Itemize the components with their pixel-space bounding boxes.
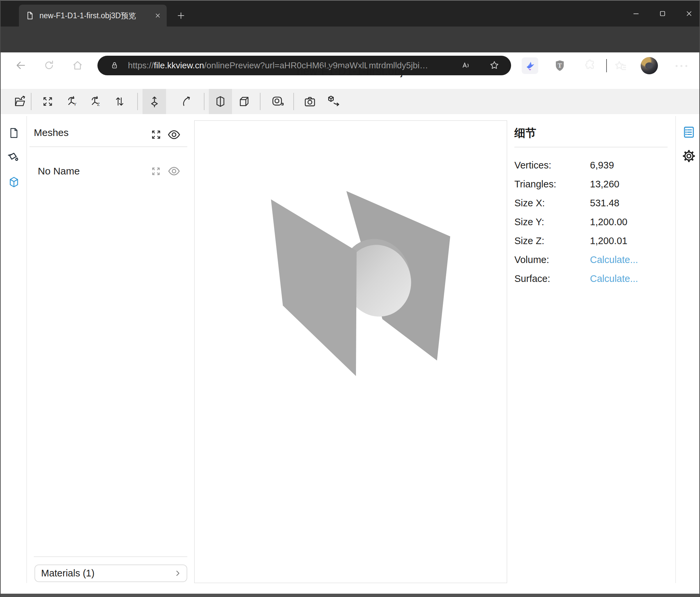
model-viewport[interactable] bbox=[194, 120, 507, 583]
settings-gear-icon[interactable] bbox=[681, 149, 696, 164]
model-toolbar: Y Z bbox=[1, 89, 699, 114]
surface-calculate-link[interactable]: Calculate... bbox=[590, 273, 638, 284]
new-tab-button[interactable] bbox=[174, 9, 188, 23]
volume-calculate-link[interactable]: Calculate... bbox=[590, 255, 638, 265]
chevron-right-icon bbox=[173, 569, 182, 578]
shaded-view-icon bbox=[214, 95, 227, 108]
rotate-z-button[interactable]: Z bbox=[87, 89, 105, 114]
maximize-button[interactable] bbox=[658, 9, 667, 18]
svg-text:Z: Z bbox=[97, 102, 100, 107]
model-cube-icon[interactable] bbox=[8, 176, 20, 188]
page-favicon-icon bbox=[26, 11, 34, 20]
model-left-plane bbox=[271, 199, 357, 376]
snapshot-button[interactable] bbox=[301, 89, 319, 114]
window-bottom-edge bbox=[1, 594, 699, 597]
materials-label: Materials (1) bbox=[41, 568, 173, 579]
up-vector-icon bbox=[148, 95, 161, 108]
page-title: new-F1-D1-1-first.obj bbox=[1, 65, 699, 78]
document-rail-icon[interactable] bbox=[8, 127, 20, 139]
detail-label: Vertices: bbox=[515, 160, 551, 171]
detail-value: 1,200.00 bbox=[590, 217, 627, 228]
detail-label: Size Z: bbox=[515, 236, 544, 246]
rotate-y-button[interactable]: Y bbox=[63, 89, 82, 114]
tab-title: new-F1-D1-1-first.obj3D预览 bbox=[40, 10, 154, 21]
tab-close-icon[interactable] bbox=[154, 12, 161, 19]
materials-bucket-icon[interactable] bbox=[6, 150, 21, 165]
rotate-y-icon: Y bbox=[66, 95, 79, 108]
meshes-divider bbox=[29, 147, 187, 147]
export-model-icon bbox=[327, 95, 341, 109]
camera-icon bbox=[303, 95, 317, 109]
minimize-button[interactable] bbox=[632, 9, 640, 18]
rotate-z-icon: Z bbox=[90, 95, 103, 108]
measure-tape-icon bbox=[271, 95, 285, 109]
detail-label: Surface: bbox=[515, 273, 550, 284]
browser-navbar: https://file.kkview.cn/onlinePreview?url… bbox=[1, 26, 699, 52]
materials-button[interactable]: Materials (1) bbox=[34, 565, 187, 582]
shaded-view-button[interactable] bbox=[209, 89, 232, 114]
browser-window: new-F1-D1-1-first.obj3D预览 https://file.k… bbox=[0, 0, 700, 597]
details-list-icon[interactable] bbox=[682, 125, 696, 139]
fit-view-icon bbox=[42, 95, 54, 108]
right-rail-divider bbox=[675, 116, 676, 583]
detail-label: Triangles: bbox=[515, 179, 556, 190]
detail-value: 13,260 bbox=[590, 179, 620, 190]
meshes-expand-icon[interactable] bbox=[150, 129, 162, 141]
open-model-button[interactable] bbox=[11, 89, 30, 114]
left-rail-divider bbox=[26, 116, 27, 583]
close-button[interactable] bbox=[685, 9, 693, 18]
open-model-icon bbox=[14, 95, 27, 108]
meshes-visibility-icon[interactable] bbox=[167, 128, 181, 142]
svg-text:Y: Y bbox=[74, 102, 77, 107]
fit-view-button[interactable] bbox=[39, 89, 57, 114]
detail-value: 1,200.01 bbox=[590, 236, 627, 246]
details-divider bbox=[515, 147, 668, 147]
detail-value: 531.48 bbox=[590, 198, 620, 209]
export-model-button[interactable] bbox=[324, 89, 343, 114]
mesh-item-name[interactable]: No Name bbox=[38, 166, 80, 177]
materials-divider bbox=[34, 556, 187, 557]
orbit-icon bbox=[181, 95, 194, 108]
details-panel-title: 细节 bbox=[515, 126, 536, 141]
mesh-item-expand-icon[interactable] bbox=[150, 166, 161, 177]
mesh-item-visibility-icon[interactable] bbox=[167, 165, 181, 178]
plus-icon bbox=[176, 10, 186, 21]
bounding-box-button[interactable] bbox=[234, 89, 253, 114]
browser-tab[interactable]: new-F1-D1-1-first.obj3D预览 bbox=[19, 5, 167, 26]
detail-label: Volume: bbox=[515, 255, 549, 265]
meshes-panel-title: Meshes bbox=[34, 127, 69, 138]
tab-strip: new-F1-D1-1-first.obj3D预览 bbox=[1, 1, 699, 26]
bounding-box-icon bbox=[237, 95, 250, 108]
detail-value: 6,939 bbox=[590, 160, 614, 171]
model-canvas bbox=[195, 121, 507, 583]
measure-button[interactable] bbox=[269, 89, 287, 114]
orbit-button[interactable] bbox=[178, 89, 197, 114]
detail-label: Size X: bbox=[515, 198, 545, 209]
flip-vertical-button[interactable] bbox=[110, 89, 129, 114]
flip-vertical-icon bbox=[114, 95, 126, 108]
up-vector-button[interactable] bbox=[143, 89, 166, 114]
detail-label: Size Y: bbox=[515, 217, 544, 228]
